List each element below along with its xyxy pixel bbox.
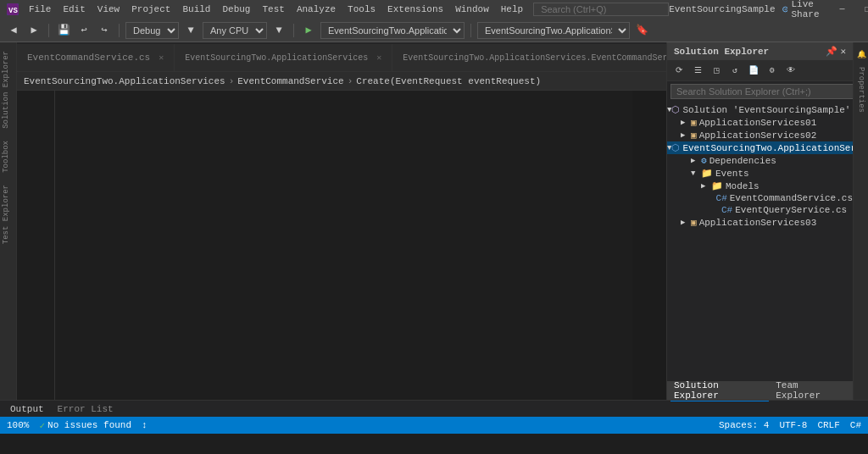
sidebar-test-explorer[interactable]: Test Explorer (0, 180, 17, 249)
solution-icon: ⬡ (671, 104, 680, 115)
live-share-button[interactable]: Live Share (782, 0, 824, 19)
code-editor[interactable] (17, 91, 666, 400)
editor-area: EventCommandService.cs ✕ EventSourcingTw… (17, 42, 666, 400)
global-search[interactable] (533, 3, 669, 16)
title-bar-left: VS File Edit View Project Build Debug Te… (7, 3, 669, 16)
tree-eventqueryservice-cs[interactable]: C# EventQueryService.cs (667, 204, 853, 216)
status-cursor-icon: ↕ (142, 420, 147, 430)
se-filter-button[interactable]: ☰ (689, 62, 706, 79)
breadcrumb-part1[interactable]: EventSourcingTwo.ApplicationServices (24, 76, 225, 86)
menu-file[interactable]: File (24, 3, 56, 16)
menu-build[interactable]: Build (177, 3, 215, 16)
play-button[interactable]: ▶ (300, 22, 317, 39)
properties-sidebar-button[interactable]: Properties (855, 64, 867, 116)
toolbar: ◀ ▶ 💾 ↩ ↪ Debug ▼ Any CPU ▼ ▶ EventSourc… (0, 19, 868, 42)
menu-debug[interactable]: Debug (217, 3, 255, 16)
tree-events[interactable]: ▼ 📁 Events (667, 167, 853, 180)
menu-extensions[interactable]: Extensions (382, 3, 448, 16)
menu-edit[interactable]: Edit (58, 3, 90, 16)
se-footer-tab-solution[interactable]: Solution Explorer (670, 380, 769, 401)
solution-explorer-panel: Solution Explorer 📌 ✕ ⟳ ☰ ◳ ↺ 📄 ⚙ 👁 ▼ ⬡ … (666, 42, 853, 400)
status-language[interactable]: C# (850, 420, 861, 430)
app-services-dropdown[interactable]: EventSourcingTwo.ApplicationServices... (477, 22, 630, 39)
minimize-button[interactable]: ─ (831, 0, 854, 19)
breadcrumb-part3[interactable]: Create(EventRequest eventRequest) (356, 76, 541, 86)
status-line-ending[interactable]: CRLF (817, 420, 839, 430)
models-icon: 📁 (711, 180, 723, 191)
status-encoding[interactable]: UTF-8 (779, 420, 807, 430)
tab-eventcommandservice-close[interactable]: ✕ (159, 53, 164, 63)
debug-config-dropdown[interactable]: Debug (125, 22, 179, 39)
status-no-issues-text: No issues found (47, 420, 131, 430)
menu-window[interactable]: Window (450, 3, 494, 16)
status-no-issues[interactable]: ✓ No issues found (39, 420, 131, 431)
tree-dependencies[interactable]: ▶ ⚙ Dependencies (667, 154, 853, 167)
solution-explorer-toolbar: ⟳ ☰ ◳ ↺ 📄 ⚙ 👁 (667, 60, 853, 81)
tree-models[interactable]: ▶ 📁 Models (667, 180, 853, 192)
tree-appsvc02[interactable]: ▶ ▣ ApplicationServices02 (667, 129, 853, 141)
config-arrow[interactable]: ▼ (182, 22, 199, 39)
maximize-button[interactable]: □ (856, 0, 868, 19)
tab-eventcommandservice[interactable]: EventCommandService.cs ✕ (17, 44, 175, 71)
menu-project[interactable]: Project (126, 3, 175, 16)
platform-dropdown[interactable]: Any CPU (203, 22, 267, 39)
se-footer-tab-team[interactable]: Team Explorer (772, 380, 849, 401)
save-button[interactable]: 💾 (55, 22, 72, 39)
bookmark-button[interactable]: 🔖 (633, 22, 650, 39)
se-properties-button[interactable]: ⚙ (764, 62, 781, 79)
tree-solution[interactable]: ▼ ⬡ Solution 'EventSourcingSample' (3 of… (667, 103, 853, 116)
tree-eventsourcingtwo[interactable]: ▼ ⬡ EventSourcingTwo.ApplicationServices (667, 141, 853, 154)
title-bar: VS File Edit View Project Build Debug Te… (0, 0, 868, 19)
se-showfiles-button[interactable]: 📄 (745, 62, 762, 79)
tree-eventcommandservice-cs[interactable]: C# EventCommandService.cs (667, 192, 853, 204)
output-tab-errorlist[interactable]: Error List (54, 404, 117, 414)
menu-analyze[interactable]: Analyze (292, 3, 341, 16)
tree-appsvc01[interactable]: ▶ ▣ ApplicationServices01 (667, 116, 853, 129)
notifications-button[interactable]: 🔔 (855, 46, 867, 62)
output-tab-output[interactable]: Output (7, 404, 47, 414)
forward-button[interactable]: ▶ (25, 22, 42, 39)
events-icon: 📁 (701, 168, 713, 179)
back-button[interactable]: ◀ (5, 22, 22, 39)
toolbar-separator-4 (470, 24, 471, 37)
eventqrycs-label: EventQueryService.cs (735, 205, 847, 215)
status-cursor-indicator[interactable]: ↕ (142, 420, 147, 430)
appsvc03-label: ApplicationServices03 (699, 218, 817, 228)
se-refresh-button[interactable]: ↺ (726, 62, 743, 79)
menu-test[interactable]: Test (257, 3, 289, 16)
se-preview-button[interactable]: 👁 (782, 62, 799, 79)
tab-eventcmd-svc[interactable]: EventSourcingTwo.ApplicationServices.Eve… (392, 44, 666, 71)
platform-arrow[interactable]: ▼ (270, 22, 287, 39)
status-zoom-value: 100% (7, 420, 29, 430)
menu-view[interactable]: View (92, 3, 125, 16)
sidebar-toolbox[interactable]: Toolbox (0, 136, 17, 178)
tab-appsvc-label: EventSourcingTwo.ApplicationServices (185, 53, 368, 63)
tab-appsvc[interactable]: EventSourcingTwo.ApplicationServices ✕ (175, 44, 392, 71)
menu-help[interactable]: Help (496, 3, 528, 16)
appsvc03-arrow: ▶ (681, 218, 691, 227)
tab-appsvc-close[interactable]: ✕ (376, 53, 381, 63)
sidebar-solution-explorer[interactable]: Solution Explorer (0, 46, 17, 134)
dependencies-arrow: ▶ (691, 156, 701, 165)
status-spaces[interactable]: Spaces: 4 (719, 420, 769, 430)
tab-bar: EventCommandService.cs ✕ EventSourcingTw… (17, 42, 666, 72)
se-collapse-button[interactable]: ◳ (708, 62, 725, 79)
status-bar: 100% ✓ No issues found ↕ Spaces: 4 UTF-8… (0, 417, 868, 434)
se-sync-button[interactable]: ⟳ (670, 62, 687, 79)
status-language-text: C# (850, 420, 861, 430)
tab-eventcmd-svc-label: EventSourcingTwo.ApplicationServices.Eve… (403, 53, 666, 63)
solution-explorer-search[interactable] (670, 84, 856, 99)
status-line-ending-text: CRLF (817, 420, 839, 430)
project-name: EventSourcingSample (669, 4, 775, 14)
status-zoom[interactable]: 100% (7, 420, 29, 430)
startup-project-dropdown[interactable]: EventSourcingTwo.ApplicationServ... (320, 22, 465, 39)
tree-appsvc03[interactable]: ▶ ▣ ApplicationServices03 (667, 216, 853, 229)
se-pin-button[interactable]: 📌 (826, 46, 837, 57)
tab-eventcommandservice-label: EventCommandService.cs (27, 53, 150, 63)
menu-tools[interactable]: Tools (342, 3, 381, 16)
code-content[interactable] (72, 91, 632, 400)
se-close-button[interactable]: ✕ (840, 46, 846, 57)
breadcrumb-part2[interactable]: EventCommandService (237, 76, 343, 86)
redo-button[interactable]: ↪ (96, 22, 113, 39)
undo-button[interactable]: ↩ (75, 22, 92, 39)
